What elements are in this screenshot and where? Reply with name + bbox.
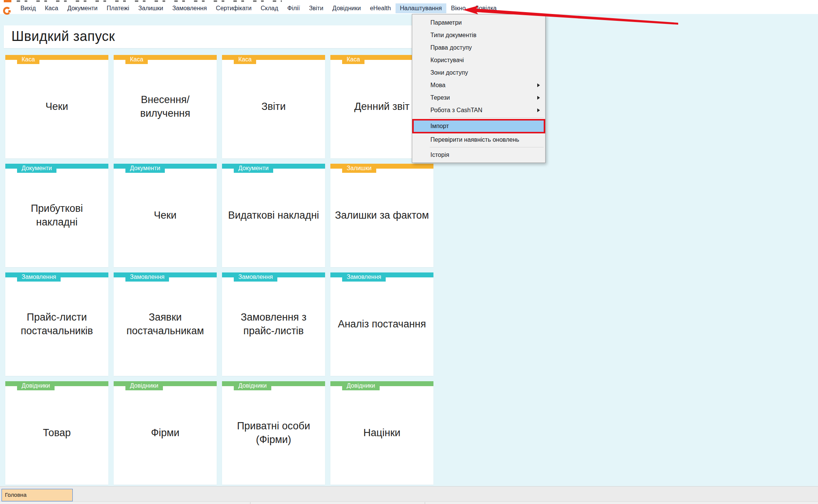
menu-item-prava-dostupu[interactable]: Права доступу [412,41,545,54]
footer-bar: Головна [0,486,818,504]
menubar-item-dovidka[interactable]: Довідка [470,3,501,13]
tile-label: Заявки постачальникам [114,272,217,376]
menubar-item-dovidnyky[interactable]: Довідники [328,3,365,13]
menu-item-typy-dokumentiv[interactable]: Типи документів [412,29,545,41]
menubar-item-vykhid[interactable]: Вихід [16,3,41,13]
menu-item-label: Робота з CashTAN [430,107,482,114]
menubar-item-ehealth[interactable]: eHealth [365,3,395,13]
menubar-item-zamovlennya[interactable]: Замовлення [168,3,211,13]
page-header-band: Швидкий запуск [4,25,435,48]
menu-item-zony-dostupu[interactable]: Зони доступу [412,66,545,79]
menubar-item-platezhi[interactable]: Платежі [102,3,134,13]
tab-holovna[interactable]: Головна [2,489,73,501]
tile-zamovlennya-analiz-postachannya[interactable]: Замовлення Аналіз постачання [330,272,433,376]
menu-item-terezy[interactable]: Терези [412,91,545,104]
tile-dovidnyky-tovar[interactable]: Довідники Товар [5,381,108,485]
tile-dovidnyky-pryvatni-osoby[interactable]: Довідники Приватні особи (Фірми) [222,381,325,485]
tile-zamovlennya-zayavky-postachalnykam[interactable]: Замовлення Заявки постачальникам [114,272,217,376]
status-strip [0,501,818,504]
menubar-item-dokumenty[interactable]: Документи [63,3,102,13]
menubar-item-vikno[interactable]: Вікно [446,3,470,13]
submenu-arrow-icon [537,96,540,100]
tile-label: Внесення/вилучення [114,55,217,158]
tile-label: Прайс-листи постачальників [5,272,108,376]
quick-launch-grid: Каса Чеки Каса Внесення/вилучення Каса З… [5,55,433,485]
tile-zalyshky-za-faktom[interactable]: Залишки Залишки за фактом [330,164,433,267]
tile-dokumenty-cheky[interactable]: Документи Чеки [114,164,217,267]
app-logo-icon [3,7,11,15]
menu-item-robota-z-cashtan[interactable]: Робота з CashTAN [412,104,545,116]
tile-label: Прибуткові накладні [5,164,108,267]
tile-dokumenty-prybutkovi-nakladni[interactable]: Документи Прибуткові накладні [5,164,108,267]
tile-kasa-vnesennya-vyluchennya[interactable]: Каса Внесення/вилучення [114,55,217,158]
menu-item-label: Мова [430,82,446,89]
menubar-item-sertyfikaty[interactable]: Сертифікати [211,3,256,13]
menu-item-istoriya[interactable]: Історія [412,149,545,161]
main-content: Швидкий запуск Каса Чеки Каса Внесення/в… [0,14,818,486]
settings-dropdown-menu: Параметри Типи документів Права доступу … [412,14,546,163]
menu-item-perevirty-onovlennya[interactable]: Перевірити наявність оновлень [412,133,545,146]
status-separator [250,502,250,504]
window-title-text-clipped [17,0,282,2]
menu-item-mova[interactable]: Мова [412,79,545,91]
tile-label: Аналіз постачання [330,272,433,376]
tile-label: Видаткові накладні [222,164,325,267]
tile-label: Товар [5,381,108,485]
tile-label: Приватні особи (Фірми) [222,381,325,485]
tile-label: Чеки [114,164,217,267]
tile-label: Звіти [222,55,325,158]
submenu-arrow-icon [537,108,540,112]
menu-item-import[interactable]: Імпорт [412,119,545,133]
menubar-item-zalyshky[interactable]: Залишки [134,3,168,13]
submenu-arrow-icon [537,83,540,87]
menu-item-korystuvachi[interactable]: Користувачі [412,54,545,66]
tile-label: Замовлення з прайс-листів [222,272,325,376]
menubar-item-nalashtuvannya[interactable]: Налаштування [396,3,447,13]
tile-label: Фірми [114,381,217,485]
menubar-item-zvity[interactable]: Звіти [304,3,328,13]
tile-label: Залишки за фактом [330,164,433,267]
tile-dokumenty-vydatkovi-nakladni[interactable]: Документи Видаткові накладні [222,164,325,267]
menu-separator [430,147,544,147]
tile-kasa-cheky[interactable]: Каса Чеки [5,55,108,158]
tile-zamovlennya-price-lysty-postachalnykiv[interactable]: Замовлення Прайс-листи постачальників [5,272,108,376]
menubar-item-filii[interactable]: Філії [283,3,304,13]
menu-item-label: Терези [430,94,450,101]
tile-dovidnyky-firmy[interactable]: Довідники Фірми [114,381,217,485]
tile-kasa-zvity[interactable]: Каса Звіти [222,55,325,158]
status-separator [425,502,425,504]
menu-separator [430,117,544,118]
window-titlebar-clipped [0,0,818,3]
menu-item-parametry[interactable]: Параметри [412,16,545,29]
menubar-item-sklad[interactable]: Склад [256,3,283,13]
tile-label: Чеки [5,55,108,158]
menu-bar: Вихід Каса Документи Платежі Залишки Зам… [0,3,818,14]
page-title: Швидкий запуск [4,25,435,44]
tile-label: Націнки [330,381,433,485]
app-icon-fragment [4,0,11,2]
menubar-item-kasa[interactable]: Каса [41,3,63,13]
tile-zamovlennya-z-price-lystiv[interactable]: Замовлення Замовлення з прайс-листів [222,272,325,376]
tile-dovidnyky-natsinky[interactable]: Довідники Націнки [330,381,433,485]
